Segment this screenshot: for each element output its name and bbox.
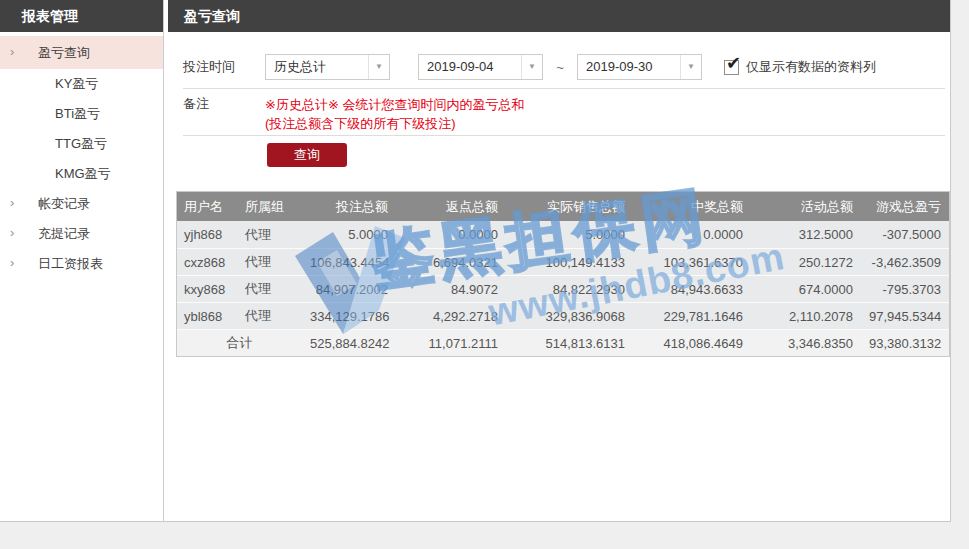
profit-table: 用户名 所属组 投注总额 返点总额 实际销售总额 中奖总额 活动总额 游戏总盈亏…	[176, 191, 950, 357]
sidebar-item-label: TTG盈亏	[55, 129, 107, 159]
note-text: ※历史总计※ 会统计您查询时间内的盈亏总和 (投注总额含下级的所有下级投注)	[265, 95, 524, 133]
chevron-down-icon: ▼	[368, 55, 389, 79]
table-cell: 103,361.6370	[633, 248, 751, 275]
table-cell: 329,836.9068	[506, 302, 633, 329]
table-header-cell: 投注总额	[302, 192, 396, 221]
sidebar-item-label: 充提记录	[38, 219, 90, 249]
checkmark-icon: ✔	[726, 54, 741, 72]
table-cell: 3,346.8350	[751, 329, 861, 356]
range-type-select[interactable]: 历史总计 ▼	[265, 54, 390, 80]
table-cell: 84,943.6633	[633, 275, 751, 302]
table-header-row: 用户名 所属组 投注总额 返点总额 实际销售总额 中奖总额 活动总额 游戏总盈亏	[177, 192, 949, 221]
table-cell: 代理	[237, 275, 302, 302]
table-cell: 84.9072	[396, 275, 506, 302]
table-cell: -307.5000	[861, 221, 949, 248]
sidebar-item-ky-profit[interactable]: KY盈亏	[0, 69, 163, 99]
sidebar-item-label: 帐变记录	[38, 189, 90, 219]
sidebar-item-daily-wage-report[interactable]: › 日工资报表	[0, 249, 163, 279]
table-cell: 0.0000	[633, 221, 751, 248]
table-cell: 2,110.2078	[751, 302, 861, 329]
sidebar-item-deposit-withdraw[interactable]: › 充提记录	[0, 219, 163, 249]
divider	[183, 88, 945, 89]
date-to-value: 2019-09-30	[586, 59, 653, 74]
table-cell: yjh868	[177, 221, 237, 248]
main-content: 投注时间 历史总计 ▼ 2019-09-04 ▼ ~ 2019-09-30 ▼ …	[168, 0, 950, 521]
table-cell: 84,822.2930	[506, 275, 633, 302]
table-cell: kxy868	[177, 275, 237, 302]
date-from-value: 2019-09-04	[427, 59, 494, 74]
sidebar-item-account-changes[interactable]: › 帐变记录	[0, 189, 163, 219]
sidebar-item-label: KMG盈亏	[55, 159, 111, 189]
table-cell: -795.3703	[861, 275, 949, 302]
sidebar-item-label: BTi盈亏	[55, 99, 100, 129]
divider	[183, 135, 945, 136]
table-cell: 514,813.6131	[506, 329, 633, 356]
table-cell: 5.0000	[506, 221, 633, 248]
table-row: kxy868 代理 84,907.2002 84.9072 84,822.293…	[177, 275, 949, 302]
table-cell: 106,843.4454	[302, 248, 396, 275]
note-label: 备注	[183, 95, 265, 133]
table-cell: 334,129.1786	[302, 302, 396, 329]
table-cell: 97,945.5344	[861, 302, 949, 329]
table-cell: cxz868	[177, 248, 237, 275]
table-cell: 229,781.1646	[633, 302, 751, 329]
note-row: 备注 ※历史总计※ 会统计您查询时间内的盈亏总和 (投注总额含下级的所有下级投注…	[183, 95, 524, 133]
table-row: cxz868 代理 106,843.4454 6,694.0321 100,14…	[177, 248, 949, 275]
table-cell: 93,380.3132	[861, 329, 949, 356]
sidebar-item-bti-profit[interactable]: BTi盈亏	[0, 99, 163, 129]
table-cell: -3,462.3509	[861, 248, 949, 275]
chevron-right-icon: ›	[10, 218, 14, 248]
chevron-down-icon: ▼	[521, 55, 542, 79]
table-header-cell: 实际销售总额	[506, 192, 633, 221]
table-header-cell: 所属组	[237, 192, 302, 221]
date-from-select[interactable]: 2019-09-04 ▼	[418, 54, 543, 80]
sidebar-item-kmg-profit[interactable]: KMG盈亏	[0, 159, 163, 189]
table-cell: 84,907.2002	[302, 275, 396, 302]
table-cell: 250.1272	[751, 248, 861, 275]
note-line2: (投注总额含下级的所有下级投注)	[265, 114, 524, 133]
sidebar-title: 报表管理	[0, 0, 163, 32]
table-cell: 11,071.2111	[396, 329, 506, 356]
chevron-right-icon: ›	[10, 248, 14, 278]
table-cell: ybl868	[177, 302, 237, 329]
table-header-cell: 用户名	[177, 192, 237, 221]
table-row: ybl868 代理 334,129.1786 4,292.2718 329,83…	[177, 302, 949, 329]
total-label: 合计	[177, 329, 302, 356]
sidebar-item-profit-query[interactable]: › 盈亏查询	[0, 36, 163, 69]
table-cell: 6,694.0321	[396, 248, 506, 275]
date-to-select[interactable]: 2019-09-30 ▼	[577, 54, 702, 80]
chevron-right-icon: ›	[10, 188, 14, 218]
only-data-checkbox[interactable]: ✔	[724, 60, 739, 75]
table-row: yjh868 代理 5.0000 0.0000 5.0000 0.0000 31…	[177, 221, 949, 248]
table-cell: 0.0000	[396, 221, 506, 248]
sidebar-divider	[163, 0, 164, 521]
table-cell: 4,292.2718	[396, 302, 506, 329]
sidebar-item-label: 盈亏查询	[38, 36, 90, 69]
filter-row: 投注时间 历史总计 ▼ 2019-09-04 ▼ ~ 2019-09-30 ▼ …	[183, 46, 876, 88]
table-total-row: 合计 525,884.8242 11,071.2111 514,813.6131…	[177, 329, 949, 356]
range-type-value: 历史总计	[274, 59, 326, 74]
table-cell: 代理	[237, 221, 302, 248]
sidebar-item-ttg-profit[interactable]: TTG盈亏	[0, 129, 163, 159]
table-header-cell: 中奖总额	[633, 192, 751, 221]
only-data-label: 仅显示有数据的资料列	[746, 58, 876, 76]
table-header-cell: 活动总额	[751, 192, 861, 221]
table-cell: 100,149.4133	[506, 248, 633, 275]
table-header-cell: 游戏总盈亏	[861, 192, 949, 221]
table-header-cell: 返点总额	[396, 192, 506, 221]
table-cell: 代理	[237, 302, 302, 329]
chevron-down-icon: ▼	[680, 55, 701, 79]
sidebar-item-label: 日工资报表	[38, 249, 103, 279]
sidebar-menu: › 盈亏查询 KY盈亏 BTi盈亏 TTG盈亏 KMG盈亏 › 帐变记录 › 充…	[0, 36, 163, 279]
app-window: 报表管理 盈亏查询 › 盈亏查询 KY盈亏 BTi盈亏 TTG盈亏 KMG盈亏 …	[0, 0, 969, 549]
date-range-separator: ~	[553, 60, 567, 75]
query-button[interactable]: 查询	[267, 143, 347, 167]
table-cell: 674.0000	[751, 275, 861, 302]
chevron-right-icon: ›	[10, 35, 14, 68]
sidebar-item-label: KY盈亏	[55, 69, 98, 99]
table-cell: 418,086.4649	[633, 329, 751, 356]
table-cell: 代理	[237, 248, 302, 275]
table-cell: 525,884.8242	[302, 329, 396, 356]
bet-time-label: 投注时间	[183, 58, 265, 76]
table-cell: 5.0000	[302, 221, 396, 248]
